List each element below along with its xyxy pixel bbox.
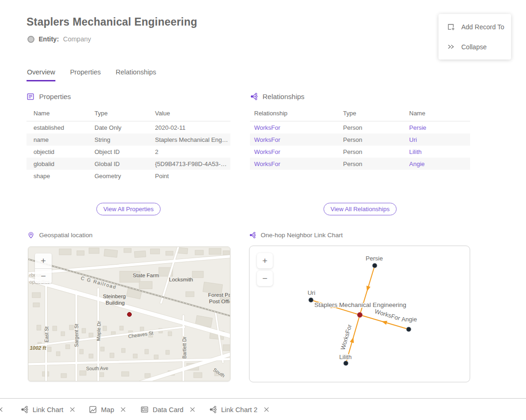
bottom-tab-bar: Link ChartMapData CardLink Chart 2 <box>0 398 526 420</box>
bottom-tab-data-card[interactable]: Data Card <box>141 399 195 420</box>
record-link[interactable]: Uri <box>409 136 470 143</box>
properties-icon <box>27 93 34 100</box>
linkchart-icon <box>249 232 256 239</box>
bottom-tab-link-chart[interactable]: Link Chart <box>20 399 75 420</box>
map-zoom-out-button[interactable]: − <box>35 268 52 283</box>
edge-label: WorksFor <box>374 308 401 322</box>
table-cell: Staplers Mechanical Eng… <box>155 136 230 143</box>
data-card-page: Staplers Mechanical Engineering Entity: … <box>0 0 526 420</box>
menu-item-collapse[interactable]: Collapse <box>438 37 511 57</box>
map-label: East St <box>44 327 49 342</box>
relationships-icon <box>250 93 258 100</box>
table-cell: name <box>27 136 94 143</box>
table-cell: shape <box>27 173 94 180</box>
record-link[interactable]: Persie <box>409 124 470 131</box>
map-zoom-control: + − <box>35 253 52 283</box>
table-cell: Point <box>155 173 230 180</box>
graph-node[interactable] <box>309 298 313 302</box>
linkchart-icon <box>20 406 28 413</box>
bottom-tab-label: Link Chart 2 <box>221 406 257 413</box>
graph-center-node-label: Staplers Mechanical Engineering <box>314 301 406 308</box>
addrecord-icon <box>447 23 455 31</box>
map-label: Building <box>106 300 125 306</box>
graph-node[interactable] <box>372 263 377 268</box>
table-header: RelationshipTypeName <box>250 106 470 121</box>
table-cell: globalid <box>27 160 94 167</box>
table-cell: String <box>94 136 155 143</box>
map-label: Sargent St <box>74 324 79 347</box>
table-row: WorksForPersonPersie <box>250 121 470 133</box>
map-label: 1002 ft <box>30 345 47 351</box>
table-row: nameStringStaplers Mechanical Eng… <box>27 133 230 146</box>
map-icon <box>89 406 97 413</box>
graph-node[interactable] <box>344 361 348 366</box>
tab-properties[interactable]: Properties <box>69 67 101 81</box>
record-link[interactable]: WorksFor <box>250 160 343 167</box>
bottom-tab-label: Data Card <box>153 406 183 413</box>
linkchart-zoom-in-button[interactable]: + <box>257 253 273 268</box>
map-label: State Farm <box>133 273 159 278</box>
column-header: Value <box>155 110 230 117</box>
view-all-properties-button[interactable]: View All Properties <box>96 203 161 215</box>
table-cell: Person <box>343 148 409 155</box>
table-row: establishedDate Only2020-02-11 <box>27 121 230 133</box>
linkchart-canvas[interactable]: WorksForWorksForPersieUriAngieLilithStap… <box>249 246 470 382</box>
record-link[interactable]: WorksFor <box>250 148 343 155</box>
page-title: Staplers Mechanical Engineering <box>27 16 197 28</box>
linkchart-section-title: One-hop Neighbor Link Chart <box>261 232 343 239</box>
column-header: Relationship <box>250 110 343 117</box>
table-cell: Person <box>343 160 409 167</box>
close-icon[interactable] <box>264 407 269 412</box>
table-cell: Person <box>343 136 409 143</box>
map-graphics: rbouropaedicsC G RailroadState FarmLocks… <box>28 247 230 381</box>
map-label: Bartlett Dr <box>182 336 187 359</box>
tab-relationships[interactable]: Relationships <box>115 67 157 81</box>
menu-item-label: Add Record To <box>461 23 504 31</box>
bottom-tab-link-chart-2[interactable]: Link Chart 2 <box>209 399 269 420</box>
graph-center-node[interactable] <box>357 313 363 318</box>
linkchart-section-header: One-hop Neighbor Link Chart <box>249 232 343 239</box>
properties-table: NameTypeValueestablishedDate Only2020-02… <box>27 106 230 182</box>
column-header: Type <box>343 110 409 117</box>
record-link[interactable]: Angie <box>409 160 470 167</box>
table-cell: {5D9B4713-F98D-4A53-… <box>155 160 230 167</box>
relationships-table: RelationshipTypeNameWorksForPersonPersie… <box>250 106 470 170</box>
bottom-tab-label: Map <box>101 406 114 413</box>
map-label: Forest Par <box>208 292 230 298</box>
map-label: Post Offic <box>209 299 230 304</box>
table-cell: Date Only <box>94 124 155 131</box>
table-cell: Person <box>343 124 409 131</box>
graph-node[interactable] <box>406 327 411 332</box>
table-header: NameTypeValue <box>27 106 230 121</box>
record-link[interactable]: Lilith <box>409 148 470 155</box>
close-icon[interactable] <box>70 407 75 412</box>
relationships-section-title: Relationships <box>263 93 304 100</box>
properties-section-header: Properties <box>27 93 71 100</box>
close-icon[interactable] <box>190 407 195 412</box>
graph-node-label: Lilith <box>339 353 352 360</box>
partial-tab-close-icon[interactable] <box>0 399 3 420</box>
map-label: Locksmith <box>169 277 193 282</box>
tab-overview[interactable]: Overview <box>27 67 55 81</box>
table-row: WorksForPersonLilith <box>250 146 470 158</box>
record-link[interactable]: WorksFor <box>250 136 343 143</box>
context-menu: Add Record ToCollapse <box>438 14 511 60</box>
map-canvas[interactable]: rbouropaedicsC G RailroadState FarmLocks… <box>28 247 230 381</box>
table-cell: Global ID <box>94 160 155 167</box>
entity-row: Entity: Company <box>27 35 91 43</box>
menu-item-add-record-to[interactable]: Add Record To <box>438 17 511 37</box>
record-link[interactable]: WorksFor <box>250 124 343 131</box>
map-feature-marker[interactable] <box>128 313 132 317</box>
linkchart-zoom-out-button[interactable]: − <box>257 271 273 286</box>
table-cell: objectid <box>27 148 94 155</box>
entity-label: Entity: <box>39 35 59 43</box>
bottom-tab-map[interactable]: Map <box>89 399 126 420</box>
tab-bar: OverviewPropertiesRelationships <box>27 67 157 81</box>
entity-value: Company <box>63 35 91 43</box>
bottom-tab-label: Link Chart <box>33 406 63 413</box>
view-all-relationships-button[interactable]: View All Relationships <box>324 203 397 215</box>
map-label: South Ave <box>86 365 108 371</box>
map-zoom-in-button[interactable]: + <box>35 253 52 268</box>
column-header: Type <box>94 110 155 117</box>
close-icon[interactable] <box>121 407 126 412</box>
